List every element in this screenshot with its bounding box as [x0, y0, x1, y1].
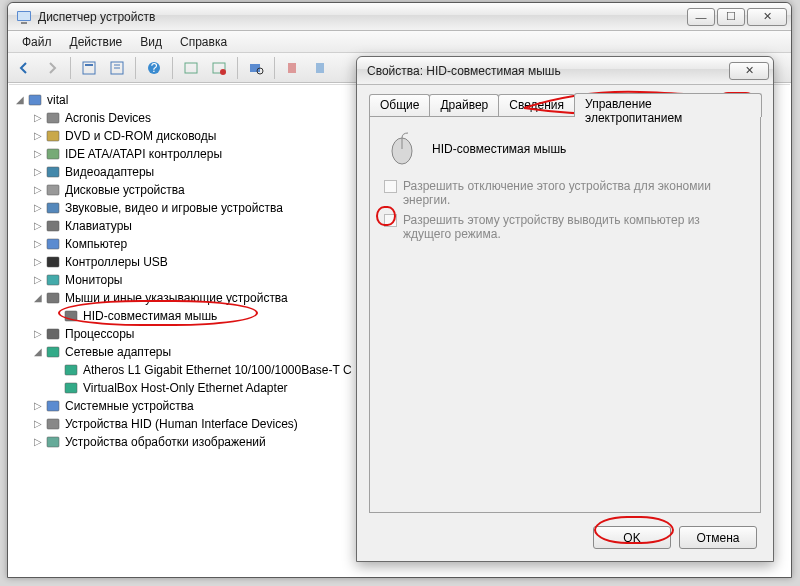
svg-rect-1	[18, 12, 30, 20]
tool-2[interactable]	[105, 56, 129, 80]
menu-view[interactable]: Вид	[132, 33, 170, 51]
cpu-icon	[45, 326, 61, 342]
tree-label: Atheros L1 Gigabit Ethernet 10/100/1000B…	[83, 361, 352, 379]
svg-rect-16	[316, 63, 324, 73]
tool-4[interactable]	[207, 56, 231, 80]
tree-label: HID-совместимая мышь	[83, 307, 217, 325]
separator	[237, 57, 238, 79]
checkbox-row-2: Разрешить этому устройству выводить комп…	[370, 209, 760, 243]
ok-button[interactable]: OK	[593, 526, 671, 549]
mouse-icon	[384, 131, 420, 167]
tree-label: Контроллеры USB	[65, 253, 168, 271]
cancel-button[interactable]: Отмена	[679, 526, 757, 549]
tab-driver[interactable]: Драйвер	[429, 94, 499, 118]
window-buttons: — ☐ ✕	[687, 8, 787, 26]
allow-power-off-checkbox[interactable]	[384, 180, 397, 193]
nic-icon	[63, 362, 79, 378]
svg-text:?: ?	[151, 61, 158, 75]
system-icon	[45, 398, 61, 414]
tree-label: DVD и CD-ROM дисководы	[65, 127, 216, 145]
svg-rect-30	[47, 329, 59, 339]
minimize-button[interactable]: —	[687, 8, 715, 26]
tree-label: Видеоадаптеры	[65, 163, 154, 181]
tool-5[interactable]	[281, 56, 305, 80]
forward-button[interactable]	[40, 56, 64, 80]
allow-wake-label: Разрешить этому устройству выводить комп…	[403, 213, 743, 241]
svg-rect-29	[65, 311, 77, 321]
svg-rect-20	[47, 149, 59, 159]
dialog-titlebar[interactable]: Свойства: HID-совместимая мышь ✕	[357, 57, 773, 85]
ide-icon	[45, 146, 61, 162]
svg-rect-28	[47, 293, 59, 303]
disk-icon	[45, 182, 61, 198]
tool-3[interactable]	[179, 56, 203, 80]
svg-rect-26	[47, 257, 59, 267]
svg-rect-32	[65, 365, 77, 375]
maximize-button[interactable]: ☐	[717, 8, 745, 26]
close-button[interactable]: ✕	[747, 8, 787, 26]
tool-scan[interactable]	[244, 56, 268, 80]
svg-rect-18	[47, 113, 59, 123]
computer-icon	[27, 92, 43, 108]
net-icon	[45, 344, 61, 360]
tree-label: vital	[47, 91, 68, 109]
computer-icon	[45, 236, 61, 252]
svg-rect-21	[47, 167, 59, 177]
svg-rect-22	[47, 185, 59, 195]
device-name-label: HID-совместимая мышь	[432, 142, 566, 156]
menu-file[interactable]: Файл	[14, 33, 60, 51]
svg-rect-2	[21, 22, 27, 24]
tree-label: Acronis Devices	[65, 109, 151, 127]
mouse-icon	[63, 308, 79, 324]
tree-label: IDE ATA/ATAPI контроллеры	[65, 145, 222, 163]
separator	[70, 57, 71, 79]
separator	[172, 57, 173, 79]
gear-icon	[45, 110, 61, 126]
tree-label: Мониторы	[65, 271, 122, 289]
allow-wake-checkbox[interactable]	[384, 214, 397, 227]
tree-label: Сетевые адаптеры	[65, 343, 171, 361]
tab-strip: Общие Драйвер Сведения Управление электр…	[369, 93, 761, 117]
tree-label: Системные устройства	[65, 397, 194, 415]
tree-label: VirtualBox Host-Only Ethernet Adapter	[83, 379, 288, 397]
tool-help[interactable]: ?	[142, 56, 166, 80]
svg-rect-19	[47, 131, 59, 141]
tree-label: Компьютер	[65, 235, 127, 253]
checkbox-row-1: Разрешить отключение этого устройства дл…	[370, 175, 760, 209]
nic-icon	[63, 380, 79, 396]
dialog-buttons: OK Отмена	[593, 526, 757, 549]
tab-content: HID-совместимая мышь Разрешить отключени…	[369, 116, 761, 513]
tool-6[interactable]	[309, 56, 333, 80]
svg-rect-10	[185, 63, 197, 73]
svg-rect-33	[65, 383, 77, 393]
svg-rect-4	[85, 64, 93, 66]
properties-dialog: Свойства: HID-совместимая мышь ✕ Общие Д…	[356, 56, 774, 562]
tree-label: Мыши и иные указывающие устройства	[65, 289, 288, 307]
separator	[135, 57, 136, 79]
svg-rect-24	[47, 221, 59, 231]
tree-label: Дисковые устройства	[65, 181, 185, 199]
tree-label: Клавиатуры	[65, 217, 132, 235]
monitor-icon	[45, 272, 61, 288]
menu-help[interactable]: Справка	[172, 33, 235, 51]
tab-details[interactable]: Сведения	[498, 94, 575, 118]
keyboard-icon	[45, 218, 61, 234]
app-icon	[16, 9, 32, 25]
tool-1[interactable]	[77, 56, 101, 80]
back-button[interactable]	[12, 56, 36, 80]
svg-rect-27	[47, 275, 59, 285]
tab-general[interactable]: Общие	[369, 94, 430, 118]
svg-rect-15	[288, 63, 296, 73]
tab-power[interactable]: Управление электропитанием	[574, 93, 762, 117]
svg-rect-31	[47, 347, 59, 357]
svg-rect-23	[47, 203, 59, 213]
dialog-title: Свойства: HID-совместимая мышь	[367, 64, 729, 78]
tree-label: Устройства HID (Human Interface Devices)	[65, 415, 298, 433]
separator	[274, 57, 275, 79]
titlebar[interactable]: Диспетчер устройств — ☐ ✕	[8, 3, 791, 31]
tree-label: Звуковые, видео и игровые устройства	[65, 199, 283, 217]
menu-action[interactable]: Действие	[62, 33, 131, 51]
svg-rect-36	[47, 437, 59, 447]
tree-label: Процессоры	[65, 325, 135, 343]
dialog-close-button[interactable]: ✕	[729, 62, 769, 80]
